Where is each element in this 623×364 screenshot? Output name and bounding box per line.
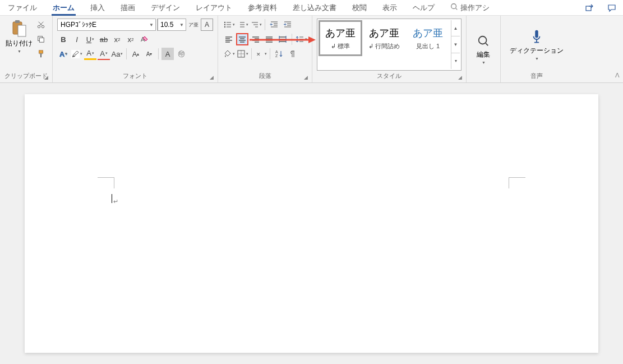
- italic-button[interactable]: I: [71, 33, 83, 45]
- tell-me-search[interactable]: 操作アシ: [442, 0, 497, 15]
- font-name-value: HGPｺﾞｼｯｸE: [58, 19, 147, 30]
- justify-button[interactable]: [263, 33, 275, 45]
- svg-rect-68: [535, 30, 538, 38]
- paragraph-launcher[interactable]: ◢: [304, 75, 311, 81]
- style-scroll: ▲ ▼ ▾: [451, 20, 460, 69]
- tab-help[interactable]: ヘルプ: [405, 0, 442, 15]
- search-icon: [450, 3, 458, 12]
- align-center-button[interactable]: [236, 33, 248, 45]
- bullets-button[interactable]: ▾: [223, 19, 235, 31]
- highlight-button[interactable]: 🖊▾: [71, 48, 83, 60]
- editing-button[interactable]: 編集 ▼: [471, 19, 496, 79]
- group-label-clipboard: クリップボード: [4, 71, 48, 81]
- increase-indent-button[interactable]: [281, 19, 294, 31]
- show-hide-marks-button[interactable]: [287, 48, 299, 60]
- tab-home[interactable]: ホーム: [45, 0, 82, 15]
- tab-mailings[interactable]: 差し込み文書: [285, 0, 344, 15]
- change-case-button[interactable]: Aa▾: [111, 48, 123, 60]
- align-left-button[interactable]: [223, 33, 235, 45]
- superscript-button[interactable]: x2: [124, 33, 137, 45]
- style-preview: あア亜: [369, 26, 399, 40]
- style-preview: あア亜: [325, 26, 356, 40]
- shrink-font-button[interactable]: A▾: [143, 48, 155, 60]
- style-name-nospace: ↲ 行間詰め: [368, 42, 400, 50]
- tab-design[interactable]: デザイン: [143, 0, 188, 15]
- svg-point-6: [38, 25, 40, 27]
- svg-rect-2: [586, 6, 591, 11]
- style-name-heading1: 見出し 1: [416, 42, 440, 50]
- bold-button[interactable]: B: [57, 33, 70, 45]
- svg-text:A: A: [275, 50, 278, 54]
- tab-insert[interactable]: 挿入: [82, 0, 113, 15]
- style-gallery-expand[interactable]: ▾: [451, 53, 460, 69]
- asian-layout-button[interactable]: ✕▾: [255, 48, 267, 60]
- group-clipboard: 貼り付け ▼ クリップボード ◢: [0, 16, 53, 82]
- multilevel-list-button[interactable]: ▾: [250, 19, 262, 31]
- tab-references[interactable]: 参考資料: [240, 0, 285, 15]
- tab-view[interactable]: 表示: [375, 0, 405, 15]
- svg-point-7: [41, 25, 44, 27]
- collapse-ribbon-button[interactable]: ᐱ: [615, 72, 620, 79]
- svg-point-20: [224, 26, 225, 27]
- format-painter-button[interactable]: [37, 50, 47, 60]
- char-border-button[interactable]: A: [201, 19, 213, 31]
- chevron-down-icon: ▼: [535, 57, 539, 61]
- char-shading-button[interactable]: A▾: [84, 48, 96, 60]
- style-normal[interactable]: あア亜 ↲ 標準: [319, 20, 362, 56]
- chevron-down-icon[interactable]: ▼: [147, 19, 155, 30]
- ribbon-tabs: ファイル ホーム 挿入 描画 デザイン レイアウト 参考資料 差し込み文書 校閲…: [0, 0, 578, 15]
- comments-button[interactable]: [601, 0, 623, 16]
- shading-button[interactable]: ▾: [223, 48, 235, 60]
- font-name-combo[interactable]: HGPｺﾞｼｯｸE ▼: [57, 19, 156, 31]
- grow-font-button[interactable]: A▴: [130, 48, 142, 60]
- dictation-button[interactable]: ディクテーション ▼: [505, 19, 568, 71]
- ruby-button[interactable]: ア亜: [187, 19, 200, 31]
- tab-review[interactable]: 校閲: [344, 0, 375, 15]
- underline-button[interactable]: U▾: [84, 33, 96, 45]
- cut-button[interactable]: [37, 21, 47, 31]
- tab-layout[interactable]: レイアウト: [188, 0, 240, 15]
- style-scroll-down[interactable]: ▼: [451, 36, 460, 53]
- line-spacing-button[interactable]: ▾: [295, 33, 307, 45]
- page[interactable]: ↵: [25, 94, 598, 353]
- paragraph-mark: ↵: [113, 198, 118, 205]
- menu-tabs-bar: ファイル ホーム 挿入 描画 デザイン レイアウト 参考資料 差し込み文書 校閲…: [0, 0, 623, 16]
- document-area: ↵: [0, 83, 623, 364]
- tab-file[interactable]: ファイル: [0, 0, 45, 15]
- svg-line-8: [39, 22, 43, 26]
- char-highlight-button[interactable]: A: [161, 48, 174, 60]
- style-nospace[interactable]: あア亜 ↲ 行間詰め: [362, 20, 406, 56]
- dictation-label: ディクテーション: [510, 46, 564, 56]
- text-cursor: [112, 194, 112, 203]
- text-effects-button[interactable]: A▾: [57, 48, 70, 60]
- style-heading1[interactable]: あア亜 見出し 1: [406, 20, 450, 56]
- clipboard-launcher[interactable]: ◢: [44, 75, 51, 81]
- tab-draw[interactable]: 描画: [113, 0, 143, 15]
- style-scroll-up[interactable]: ▲: [451, 20, 460, 36]
- borders-button[interactable]: ▾: [236, 48, 248, 60]
- group-label-paragraph: 段落: [223, 71, 307, 81]
- clear-formatting-button[interactable]: A: [138, 33, 150, 45]
- svg-line-1: [456, 8, 458, 10]
- group-label-voice: 音声: [505, 71, 568, 81]
- align-right-button[interactable]: [250, 33, 262, 45]
- numbering-button[interactable]: ▾: [236, 19, 248, 31]
- font-color-button[interactable]: A▾: [98, 48, 110, 60]
- copy-button[interactable]: [37, 35, 47, 45]
- decrease-indent-button[interactable]: [268, 19, 280, 31]
- font-size-combo[interactable]: 10.5 ▼: [157, 19, 186, 31]
- distribute-button[interactable]: [276, 33, 289, 45]
- editing-label: 編集: [477, 50, 490, 59]
- style-preview: あア亜: [413, 26, 443, 40]
- chevron-down-icon[interactable]: ▼: [178, 19, 186, 30]
- font-launcher[interactable]: ◢: [210, 75, 216, 81]
- paste-button[interactable]: 貼り付け ▼: [4, 19, 34, 54]
- enclose-char-button[interactable]: ㊞: [175, 48, 187, 60]
- strikethrough-button[interactable]: ab: [98, 33, 110, 45]
- subscript-button[interactable]: x2: [111, 33, 123, 45]
- svg-point-66: [479, 36, 487, 44]
- svg-rect-13: [40, 53, 42, 55]
- sort-button[interactable]: AZ: [273, 48, 285, 60]
- share-button[interactable]: [578, 0, 601, 16]
- styles-launcher[interactable]: ◢: [458, 75, 465, 81]
